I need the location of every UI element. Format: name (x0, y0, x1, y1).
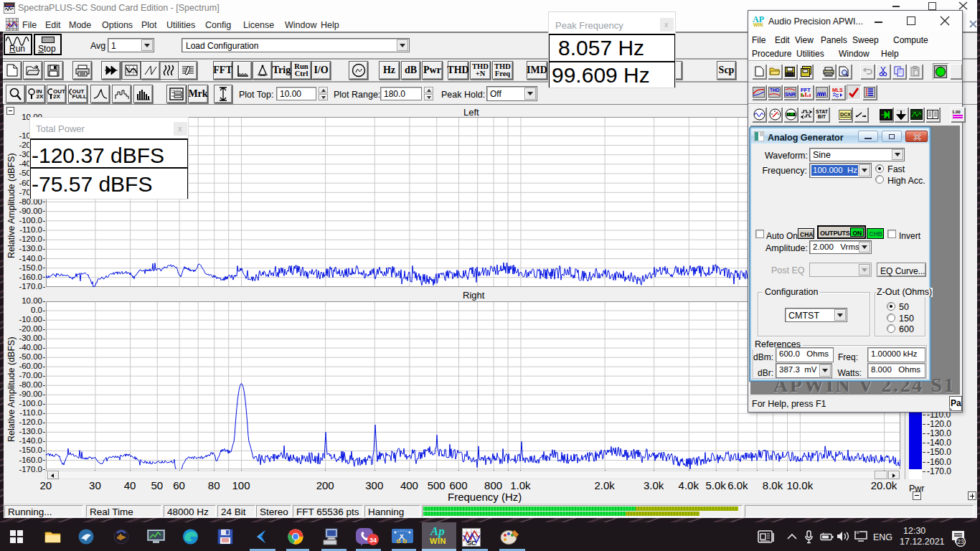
svg-text:FFT: FFT (801, 87, 811, 93)
svg-text:34: 34 (369, 537, 377, 544)
svg-text:1.99: 1.99 (787, 113, 793, 116)
svg-text:SC: SC (467, 540, 476, 547)
svg-text:SNR: SNR (785, 92, 796, 97)
svg-text:DCX: DCX (840, 112, 851, 117)
svg-text:23: 23 (957, 538, 964, 545)
svg-text:WIN: WIN (753, 22, 763, 27)
svg-text:MLS: MLS (832, 88, 843, 93)
svg-text:THD: THD (770, 88, 780, 93)
svg-text:1.00: 1.00 (952, 110, 961, 114)
